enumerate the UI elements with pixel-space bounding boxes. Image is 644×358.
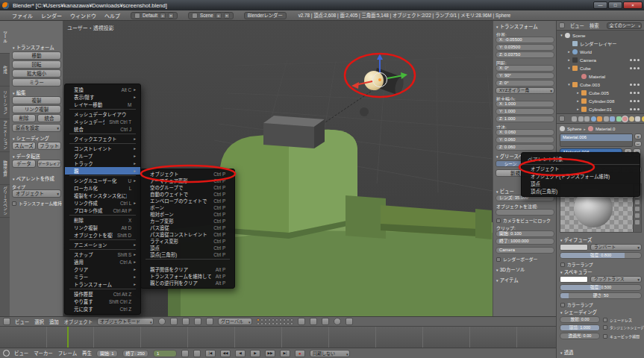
record-button[interactable] xyxy=(295,350,305,357)
diffuse-intensity-slider[interactable]: 強度: 0.800 xyxy=(560,252,642,259)
info-menu-item[interactable]: ウィンドウ xyxy=(70,12,96,19)
jump-to-start-button[interactable] xyxy=(205,350,216,357)
redo-panel-header[interactable]: ペアレントを作成 xyxy=(12,175,54,182)
object-menu-item[interactable]: アニメーション xyxy=(65,241,140,248)
outliner-view-menu[interactable]: ビュー xyxy=(570,22,584,29)
outliner-row[interactable]: ▾ Scene xyxy=(557,31,644,40)
delete-button[interactable]: 削除 xyxy=(12,114,36,122)
view3d-menu-item[interactable]: 追加 xyxy=(49,318,59,325)
specular-panel-header[interactable]: スペキュラー xyxy=(560,268,593,275)
parent-submenu-item[interactable]: 頂点 Ctrl P xyxy=(141,245,234,251)
object-menu-item[interactable] xyxy=(69,289,136,289)
specular-color-swatch[interactable] xyxy=(560,276,588,283)
render-opengl-anim-icon[interactable] xyxy=(346,318,353,325)
keep-transform-checkbox[interactable]: トランスフォーム維持 xyxy=(12,200,62,207)
pivot-point-icon[interactable] xyxy=(170,318,178,325)
parent-submenu-item[interactable]: エンベロープのウェイトで Ctrl P xyxy=(141,198,234,204)
parent-submenu-item[interactable]: アーマチュア変形 Ctrl P xyxy=(141,178,234,184)
transparency-panel-header[interactable]: 透過 xyxy=(560,349,574,356)
local-camera-field[interactable]: Camera xyxy=(495,247,554,254)
object-menu-item[interactable]: 複製をインスタンス化に戻す xyxy=(65,192,140,199)
object-menu-item[interactable]: やり直す Shift Ctrl Z xyxy=(65,298,140,305)
transfer-data-button[interactable]: データ xyxy=(12,160,36,168)
diffuse-shader-dropdown[interactable]: ランバート xyxy=(590,244,642,251)
edit-panel-header[interactable]: 編集 xyxy=(12,90,26,96)
properties-tab-icon[interactable] xyxy=(642,116,644,122)
expand-icon[interactable]: ▸ xyxy=(566,58,572,62)
object-menu-item[interactable]: スナップ Shift S xyxy=(65,251,140,258)
object-menu-item[interactable]: 親 xyxy=(65,167,140,175)
outliner-row[interactable]: ▾ Cube xyxy=(557,64,644,72)
outliner-row[interactable]: ▸ Cylinder.01 xyxy=(557,105,644,113)
translate-manipulator-icon[interactable] xyxy=(182,318,190,325)
parent-submenu-item[interactable]: ラティス変形 Ctrl P xyxy=(141,238,234,245)
outliner-row[interactable]: ▾ Cube.003 xyxy=(557,81,644,89)
add-slot-button[interactable]: + xyxy=(634,134,642,139)
layers-widget[interactable] xyxy=(257,318,293,325)
lock-to-object-field[interactable] xyxy=(495,209,554,216)
properties-tab-icon[interactable] xyxy=(584,116,590,122)
object-menu-item[interactable]: オブジェクトを複製 Shift D xyxy=(65,231,140,239)
set-origin-dropdown[interactable]: 原点を設定 xyxy=(12,124,61,132)
timeline-menu-item[interactable]: フレーム xyxy=(58,350,77,357)
parent-submenu-item[interactable] xyxy=(146,259,230,266)
object-menu-item[interactable] xyxy=(69,249,136,250)
render-engine-selector[interactable]: Blenderレンダー xyxy=(244,12,287,19)
tool-shelf-tab[interactable]: 作成 xyxy=(0,54,10,87)
parent-submenu-item[interactable]: 相対ボーン Ctrl P xyxy=(141,211,234,218)
lock-camera-checkbox[interactable]: カメラをビューにロック xyxy=(496,217,551,224)
restriction-toggles-icon[interactable] xyxy=(630,67,632,69)
scale-z-field[interactable]: Z: 1.000 xyxy=(495,116,554,122)
scale-button[interactable]: 拡大縮小 xyxy=(12,69,61,78)
object-menu-item[interactable]: メッシュデータレイアウトを転送 xyxy=(65,110,140,118)
shade-smooth-button[interactable]: スムーズ xyxy=(12,142,36,150)
specular-shader-dropdown[interactable]: クックトランス xyxy=(590,276,642,283)
restriction-toggles-icon[interactable] xyxy=(630,108,632,110)
cubic-interpolation-checkbox[interactable]: キュービック補間 xyxy=(603,333,640,339)
expand-icon[interactable]: ▾ xyxy=(566,83,572,87)
view3d-menu-item[interactable]: ビュー xyxy=(15,318,29,325)
properties-tab-icon[interactable] xyxy=(591,116,596,122)
object-menu-item[interactable]: ミラー xyxy=(65,273,140,280)
location-y-field[interactable]: Y: 0.03500 xyxy=(495,44,554,51)
object-menu-item[interactable]: コンストレイント xyxy=(65,145,140,152)
scale-x-field[interactable]: X: 1.000 xyxy=(495,101,554,107)
material-slot-list[interactable]: Material.006 xyxy=(560,134,633,147)
popup-menu-item[interactable]: 頂点 xyxy=(522,180,640,187)
object-menu-item[interactable] xyxy=(69,215,136,216)
object-menu-item[interactable]: クリア xyxy=(65,266,140,273)
parent-submenu-item[interactable]: パス追従 Ctrl P xyxy=(141,224,234,231)
item-panel-header[interactable]: アイテム xyxy=(495,277,519,283)
object-menu-item[interactable]: 元に戻す Ctrl Z xyxy=(65,305,140,313)
expand-icon[interactable]: ▸ xyxy=(575,99,581,103)
next-keyframe-button[interactable] xyxy=(265,350,275,357)
properties-tab-icon[interactable] xyxy=(578,116,584,122)
jump-to-end-button[interactable] xyxy=(280,350,290,357)
object-menu-item[interactable]: 操作履歴 Ctrl Alt Z xyxy=(65,290,140,298)
popup-menu-item[interactable]: オブジェクト(トランスフォーム維持) xyxy=(522,172,640,180)
popup-menu-item[interactable]: 頂点(三角形) xyxy=(522,187,640,195)
restriction-toggles-icon[interactable] xyxy=(630,59,632,61)
clip-end-field[interactable]: 終了: 1000.000 xyxy=(495,238,554,245)
snap-magnet-icon[interactable] xyxy=(310,318,317,325)
rotate-button[interactable]: 回転 xyxy=(12,60,61,69)
properties-tab-icon[interactable] xyxy=(610,116,615,122)
object-menu-item[interactable]: レイヤー移動 M xyxy=(65,101,140,108)
timeline-editor[interactable] xyxy=(0,326,556,348)
close-button[interactable] xyxy=(623,1,643,9)
diffuse-panel-header[interactable]: ディフューズ xyxy=(560,236,592,243)
expand-icon[interactable]: ▾ xyxy=(566,66,572,70)
ambient-slider[interactable]: 環境: 1.000 xyxy=(560,324,600,331)
object-menu-item[interactable]: リンク複製 Alt D xyxy=(65,224,140,231)
outliner-row[interactable]: ▸ Camera xyxy=(557,56,644,64)
dimensions-z-field[interactable]: Z: 0.060 xyxy=(495,144,554,151)
play-reverse-button[interactable] xyxy=(235,350,246,357)
add-layout-button[interactable] xyxy=(160,13,166,19)
remove-slot-button[interactable]: − xyxy=(634,141,642,147)
hardness-slider[interactable]: 硬さ: 50 xyxy=(560,292,642,299)
material-slot[interactable]: Material.006 xyxy=(560,134,632,141)
parent-submenu-item[interactable]: 親との逆行列をクリア Alt P xyxy=(141,280,234,286)
parent-submenu-item[interactable]: トランスフォームを維持してクリア Alt P xyxy=(141,273,234,280)
shading-panel-header[interactable]: シェーディング xyxy=(560,309,597,315)
restriction-toggles-icon[interactable] xyxy=(630,92,632,94)
